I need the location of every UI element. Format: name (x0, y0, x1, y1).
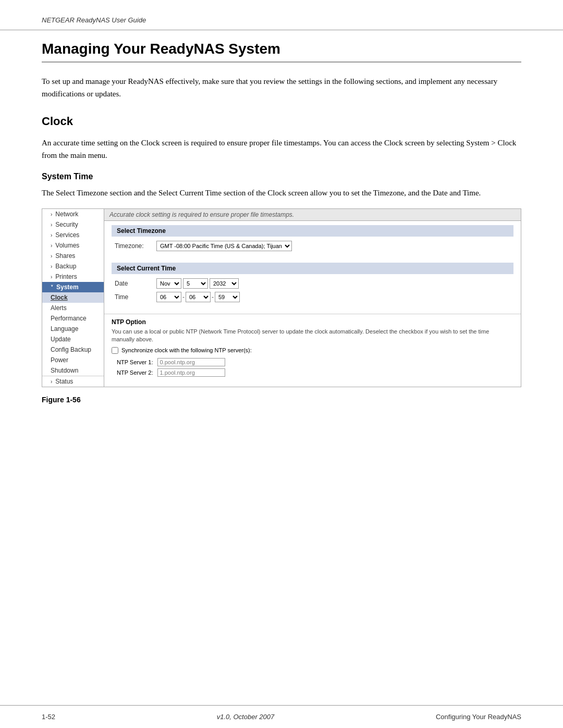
clock-description: An accurate time setting on the Clock sc… (42, 137, 521, 162)
sidebar-item-volumes-label: Volumes (55, 242, 79, 249)
sidebar-sub-update-label: Update (51, 336, 71, 343)
current-time-section-header: Select Current Time (112, 263, 513, 274)
sidebar-item-shares-label: Shares (55, 252, 75, 260)
main-panel: Accurate clock setting is required to en… (104, 208, 521, 387)
chevron-right-icon: › (51, 222, 52, 228)
chevron-right-icon: › (51, 274, 52, 280)
ntp-header: NTP Option (112, 318, 513, 326)
chapter-title: Managing Your ReadyNAS System (42, 41, 521, 63)
chevron-right-icon: › (51, 243, 52, 249)
sidebar-sub-alerts-label: Alerts (51, 304, 67, 312)
time-row: Time 06 - 06 - 59 (112, 292, 513, 302)
main-content: Managing Your ReadyNAS System To set up … (0, 30, 563, 705)
sidebar-item-network-label: Network (55, 211, 78, 218)
sidebar-sub-power[interactable]: Power (42, 355, 104, 365)
ntp-server2-row: NTP Server 2: (112, 368, 513, 377)
sidebar-item-printers[interactable]: › Printers (42, 272, 104, 282)
sidebar-item-shares[interactable]: › Shares (42, 251, 104, 261)
sidebar-item-status-label: Status (55, 378, 73, 385)
ntp-server2-input[interactable] (157, 368, 225, 377)
date-row: Date Nov 5 2032 (112, 278, 513, 289)
sidebar-item-security[interactable]: › Security (42, 219, 104, 230)
date-year-select[interactable]: 2032 (210, 278, 239, 289)
intro-paragraph: To set up and manage your ReadyNAS effec… (42, 75, 521, 100)
sidebar-item-volumes[interactable]: › Volumes (42, 240, 104, 251)
sidebar-sub-language[interactable]: Language (42, 324, 104, 334)
sidebar-item-services-label: Services (55, 231, 79, 239)
chevron-down-icon: ˅ (51, 285, 53, 290)
chevron-right-icon: › (51, 253, 52, 259)
sidebar-sub-config-backup-label: Config Backup (51, 346, 91, 353)
time-label: Time (115, 293, 156, 301)
chevron-right-icon: › (51, 379, 52, 385)
timezone-label: Timezone: (115, 242, 156, 250)
ntp-server2-label: NTP Server 2: (117, 369, 153, 376)
footer-page-number: 1-52 (42, 713, 55, 721)
date-month-select[interactable]: Nov (156, 278, 181, 289)
time-second-select[interactable]: 59 (215, 292, 240, 302)
clock-section-title: Clock (42, 115, 521, 128)
ntp-description: You can use a local or public NTP (Netwo… (112, 328, 513, 344)
sidebar-item-printers-label: Printers (55, 273, 77, 280)
ntp-checkbox[interactable] (112, 347, 118, 354)
nav-sidebar: › Network › Security › Services › Volume… (42, 208, 104, 387)
screenshot-container: › Network › Security › Services › Volume… (42, 208, 521, 387)
sidebar-sub-shutdown[interactable]: Shutdown (42, 365, 104, 376)
ntp-server1-input[interactable] (157, 358, 225, 366)
sidebar-item-network[interactable]: › Network (42, 209, 104, 219)
sidebar-item-backup-label: Backup (55, 263, 76, 270)
sidebar-sub-clock[interactable]: Clock (42, 292, 104, 303)
sidebar-sub-update[interactable]: Update (42, 334, 104, 344)
footer-section: Configuring Your ReadyNAS (436, 713, 521, 721)
sidebar-sub-shutdown-label: Shutdown (51, 367, 78, 374)
sidebar-sub-clock-label: Clock (51, 294, 68, 301)
time-separator-1: - (182, 293, 185, 301)
timezone-section-header: Select Timezone (112, 225, 513, 237)
sidebar-item-status[interactable]: › Status (42, 376, 104, 387)
sidebar-sub-alerts[interactable]: Alerts (42, 303, 104, 313)
ntp-checkbox-label: Synchronize clock with the following NTP… (121, 347, 252, 353)
ntp-checkbox-row: Synchronize clock with the following NTP… (112, 347, 513, 354)
sidebar-sub-power-label: Power (51, 356, 68, 364)
system-time-title: System Time (42, 172, 521, 181)
sidebar-item-system-label: System (56, 283, 79, 291)
sidebar-item-backup[interactable]: › Backup (42, 261, 104, 272)
ntp-server1-row: NTP Server 1: (112, 358, 513, 366)
time-separator-2: - (212, 293, 214, 301)
chevron-right-icon: › (51, 264, 52, 269)
chevron-right-icon: › (51, 232, 52, 238)
page-header: NETGEAR ReadyNAS User Guide (0, 0, 563, 30)
time-minute-select[interactable]: 06 (186, 292, 211, 302)
guide-title: NETGEAR ReadyNAS User Guide (42, 16, 146, 24)
sidebar-sub-performance[interactable]: Performance (42, 313, 104, 324)
timezone-select[interactable]: GMT -08:00 Pacific Time (US & Canada); T… (156, 241, 292, 251)
sidebar-item-security-label: Security (55, 221, 78, 228)
sidebar-item-system[interactable]: ˅ System (42, 282, 104, 292)
ntp-section: NTP Option You can use a local or public… (104, 314, 521, 383)
current-time-section: Select Current Time Date Nov 5 2032 (104, 258, 521, 310)
ntp-server1-label: NTP Server 1: (117, 359, 153, 365)
footer-version: v1.0, October 2007 (217, 713, 275, 721)
panel-top-bar: Accurate clock setting is required to en… (104, 209, 521, 221)
timezone-section: Select Timezone Timezone: GMT -08:00 Pac… (104, 221, 521, 258)
system-time-description: The Select Timezone section and the Sele… (42, 187, 521, 199)
timezone-row: Timezone: GMT -08:00 Pacific Time (US & … (112, 241, 513, 251)
date-label: Date (115, 280, 156, 287)
figure-label: Figure 1-56 (42, 396, 521, 404)
page-footer: 1-52 v1.0, October 2007 Configuring Your… (0, 705, 563, 728)
time-hour-select[interactable]: 06 (156, 292, 181, 302)
sidebar-sub-performance-label: Performance (51, 315, 87, 322)
sidebar-item-services[interactable]: › Services (42, 230, 104, 240)
chevron-right-icon: › (51, 212, 52, 217)
sidebar-sub-language-label: Language (51, 325, 78, 332)
date-day-select[interactable]: 5 (183, 278, 208, 289)
sidebar-sub-config-backup[interactable]: Config Backup (42, 344, 104, 355)
